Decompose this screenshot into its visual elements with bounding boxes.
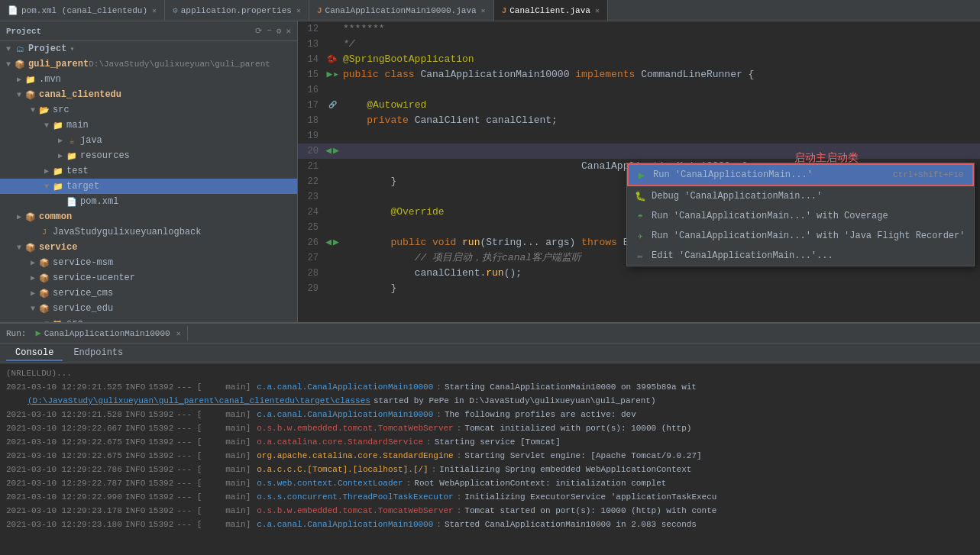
log-ts-1: 2021-03-10 12:29:21.525 [6,380,122,394]
sidebar-tree: ▼ 🗂 Project ▾ ▼ 📦 guli_parent D:\JavaStu… [0,41,297,322]
tab-pom[interactable]: 📄 pom.xml (canal_clientedu) ✕ [0,0,165,21]
service-cms-icon: 📦 [38,287,50,299]
log-sep9c: : [457,490,462,504]
run-triangle-15[interactable]: ▶ [326,67,332,82]
run-triangle-15b[interactable]: ▶ [334,67,338,82]
sidebar-header: Project ⟳ − ⚙ ✕ [0,21,297,41]
tree-item-edu-src[interactable]: ▼ 📂 src [0,316,297,322]
close-sidebar-icon[interactable]: ✕ [286,26,291,36]
sidebar: Project ⟳ − ⚙ ✕ ▼ 🗂 Project ▾ [0,21,298,322]
log-ts-6: 2021-03-10 12:29:22.675 [6,449,122,463]
logback-arrow [27,227,38,237]
sync-icon[interactable]: ⟳ [255,26,262,36]
tree-item-logback[interactable]: J JavaStudygulixueyuanlogback [0,224,297,240]
project-label: Project [28,44,66,54]
log-line-9: 2021-03-10 12:29:22.990 INFO 15392 --- [… [6,490,974,504]
context-debug-label: Debug 'CanalApplicationMain...' [652,191,965,202]
run-label: Run: [6,329,26,338]
tree-item-canal-clientedu[interactable]: ▼ 📦 canal_clientedu [0,87,297,102]
tab-pom-close[interactable]: ✕ [152,6,157,15]
log-link-2[interactable]: (D:\JavaStudy\gulixueyuan\guli_parent\ca… [27,394,370,408]
tab-app-props-close[interactable]: ✕ [296,6,301,15]
log-msg-10: Tomcat started on port(s): 10000 (http) … [464,504,716,518]
guli-parent-label: guli_parent [28,59,89,69]
tree-item-service-edu[interactable]: ▼ 📦 service_edu [0,301,297,316]
log-indent-2 [6,394,24,408]
tab-pom-label: pom.xml (canal_clientedu) [21,6,147,15]
tab-canal-client-close[interactable]: ✕ [595,6,600,15]
context-menu-coverage[interactable]: ☂ Run 'CanalApplicationMain...' with Cov… [627,206,974,226]
project-arrow-badge: ▾ [70,44,74,53]
collapse-icon[interactable]: − [267,26,272,36]
service-label: service [39,242,77,253]
tab-endpoints[interactable]: Endpoints [64,346,132,361]
service-cms-label: service_cms [53,288,113,298]
run-triangle-20[interactable]: ▶ [333,144,339,159]
logback-icon: J [38,226,50,238]
resources-arrow: ▶ [55,150,66,161]
tree-item-guli-parent[interactable]: ▼ 📦 guli_parent D:\JavaStudy\gulixueyuan… [0,56,297,72]
context-menu-debug[interactable]: 🐛 Debug 'CanalApplicationMain...' [627,186,974,206]
tree-item-resources[interactable]: ▶ 📁 resources [0,148,297,163]
tree-item-project[interactable]: ▼ 🗂 Project ▾ [0,41,297,56]
tab-canal-main-close[interactable]: ✕ [481,6,486,15]
tree-item-java[interactable]: ▶ ☕ java [0,133,297,148]
log-line-5: 2021-03-10 12:29:22.675 INFO 15392 --- [… [6,435,974,449]
log-line-6: 2021-03-10 12:29:22.675 INFO 15392 --- [… [6,449,974,463]
log-ts-9: 2021-03-10 12:29:22.990 [6,490,122,504]
log-logger-4: o.s.b.w.embedded.tomcat.TomcatWebServer [257,421,453,435]
mvn-arrow: ▶ [14,74,24,85]
tab-console[interactable]: Console [6,346,63,361]
guli-parent-path: D:\JavaStudy\gulixueyuan\guli_parent [89,60,270,69]
line-gutter-14: 🫘 [325,52,340,67]
log-pid-8: 15392 [148,476,173,490]
xml-icon: 📄 [8,5,18,15]
tree-item-service-msm[interactable]: ▶ 📦 service-msm [0,255,297,270]
tree-item-main[interactable]: ▼ 📁 main [0,118,297,133]
log-sep-7: --- [ [176,463,202,476]
run-arrow-left-20: ◀ [325,144,332,159]
props-icon: ⚙ [173,5,178,15]
run-tab[interactable]: ▶ CanalApplicationMain10000 ✕ [29,326,187,340]
line-gutter-26: ◀ ▶ [325,235,340,250]
tab-app-props[interactable]: ⚙ application.properties ✕ [165,0,309,21]
run-tab-close[interactable]: ✕ [176,329,181,338]
context-menu-flight[interactable]: ✈ Run 'CanalApplicationMain...' with 'Ja… [627,226,974,246]
line-num-15: 15 [298,67,325,82]
tree-item-test[interactable]: ▶ 📁 test [0,163,297,179]
editor-content[interactable]: 12 ******* 13 */ 14 🫘 @SpringBoot [298,21,980,322]
log-logger-1: c.a.canal.CanalApplicationMain10000 [257,380,433,394]
context-menu: ▶ Run 'CanalApplicationMain...' Ctrl+Shi… [626,163,975,266]
run-arrow-left-26: ◀ [325,235,332,250]
java-dir-icon: ☕ [66,134,78,147]
log-line-2: (D:\JavaStudy\gulixueyuan\guli_parent\ca… [6,394,974,408]
tab-canal-client[interactable]: J CanalClient.java ✕ [494,0,608,21]
context-menu-run[interactable]: ▶ Run 'CanalApplicationMain...' Ctrl+Shi… [627,163,974,186]
run-gutter-20[interactable]: ◀ ▶ [325,144,339,159]
tree-item-pom-xml[interactable]: 📄 pom.xml [0,194,297,209]
log-line-3: 2021-03-10 12:29:21.528 INFO 15392 --- [… [6,408,974,421]
tab-canal-main[interactable]: J CanalApplicationMain10000.java ✕ [309,0,494,21]
line-num-28: 28 [298,266,325,281]
editor-area: 12 ******* 13 */ 14 🫘 @SpringBoot [298,21,980,322]
run-gutter-26[interactable]: ◀ ▶ [325,235,339,250]
line-num-14: 14 [298,52,325,67]
settings-icon[interactable]: ⚙ [277,26,282,36]
log-level-7: INFO [125,463,145,476]
log-msg-9: Initializing ExecutorService 'applicatio… [464,490,716,504]
service-arrow: ▼ [14,242,24,253]
log-level-4: INFO [125,421,145,435]
tree-item-service[interactable]: ▼ 📦 service [0,240,297,255]
tree-item-src[interactable]: ▼ 📂 src [0,102,297,118]
tree-item-target[interactable]: ▼ 📁 target [0,179,297,194]
context-menu-edit[interactable]: ✏ Edit 'CanalApplicationMain...'... [627,246,974,266]
run-triangle-26[interactable]: ▶ [333,235,339,250]
console-output[interactable]: (NRLELLDU)... 2021-03-10 12:29:21.525 IN… [0,363,980,555]
tree-item-mvn[interactable]: ▶ 📁 .mvn [0,72,297,87]
mvn-icon: 📁 [24,73,37,86]
tree-item-service-cms[interactable]: ▶ 📦 service_cms [0,286,297,301]
tree-item-common[interactable]: ▶ 📦 common [0,209,297,224]
log-pid-10: 15392 [148,504,173,518]
run-gutter-15[interactable]: ▶ ▶ [326,67,338,82]
tree-item-service-ucenter[interactable]: ▶ 📦 service-ucenter [0,270,297,286]
